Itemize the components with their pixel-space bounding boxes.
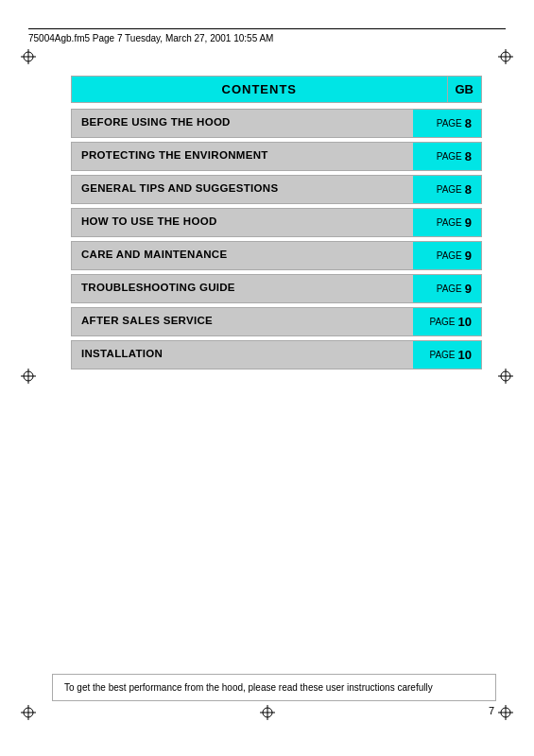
toc-page-4: PAGE 9 [413, 242, 481, 269]
header-bar: 75004Agb.fm5 Page 7 Tuesday, March 27, 2… [28, 28, 506, 43]
header-text: 75004Agb.fm5 Page 7 Tuesday, March 27, 2… [28, 33, 273, 43]
toc-label-7: INSTALLATION [72, 341, 413, 369]
content-area: CONTENTS GB BEFORE USING THE HOODPAGE 8P… [71, 76, 482, 373]
toc-row-5: TROUBLESHOOTING GUIDEPAGE 9 [71, 274, 482, 303]
toc-row-7: INSTALLATIONPAGE 10 [71, 340, 482, 369]
toc-page-2: PAGE 8 [413, 176, 481, 203]
footer-text: To get the best performance from the hoo… [64, 682, 433, 693]
toc-row-1: PROTECTING THE ENVIRONMENTPAGE 8 [71, 142, 482, 171]
toc-page-7: PAGE 10 [413, 341, 481, 369]
toc-row-3: HOW TO USE THE HOODPAGE 9 [71, 208, 482, 237]
toc-label-1: PROTECTING THE ENVIRONMENT [72, 143, 413, 170]
toc-label-6: AFTER SALES SERVICE [72, 308, 413, 335]
toc-label-4: CARE AND MAINTENANCE [72, 242, 413, 269]
toc-page-1: PAGE 8 [413, 143, 481, 170]
contents-header: CONTENTS GB [71, 76, 482, 103]
toc-label-2: GENERAL TIPS AND SUGGESTIONS [72, 176, 413, 203]
reg-mark-bot-center [260, 705, 275, 720]
toc-label-3: HOW TO USE THE HOOD [72, 209, 413, 236]
reg-mark-bot-left [21, 705, 36, 720]
reg-mark-top-right [498, 49, 513, 64]
footer-box: To get the best performance from the hoo… [52, 674, 496, 701]
toc-row-2: GENERAL TIPS AND SUGGESTIONSPAGE 8 [71, 175, 482, 204]
toc-row-6: AFTER SALES SERVICEPAGE 10 [71, 307, 482, 336]
toc-page-6: PAGE 10 [413, 308, 481, 335]
toc-container: BEFORE USING THE HOODPAGE 8PROTECTING TH… [71, 109, 482, 369]
reg-mark-top-left [21, 49, 36, 64]
reg-mark-mid-left [21, 369, 36, 384]
page-number: 7 [489, 705, 494, 716]
toc-page-5: PAGE 9 [413, 275, 481, 302]
toc-label-0: BEFORE USING THE HOOD [72, 110, 413, 137]
contents-gb: GB [447, 76, 483, 103]
contents-title: CONTENTS [71, 76, 447, 103]
reg-mark-bot-right [498, 705, 513, 720]
toc-row-4: CARE AND MAINTENANCEPAGE 9 [71, 241, 482, 270]
toc-row-0: BEFORE USING THE HOODPAGE 8 [71, 109, 482, 138]
toc-label-5: TROUBLESHOOTING GUIDE [72, 275, 413, 302]
toc-page-0: PAGE 8 [413, 110, 481, 137]
page: 75004Agb.fm5 Page 7 Tuesday, March 27, 2… [0, 0, 534, 756]
toc-page-3: PAGE 9 [413, 209, 481, 236]
reg-mark-mid-right [498, 369, 513, 384]
